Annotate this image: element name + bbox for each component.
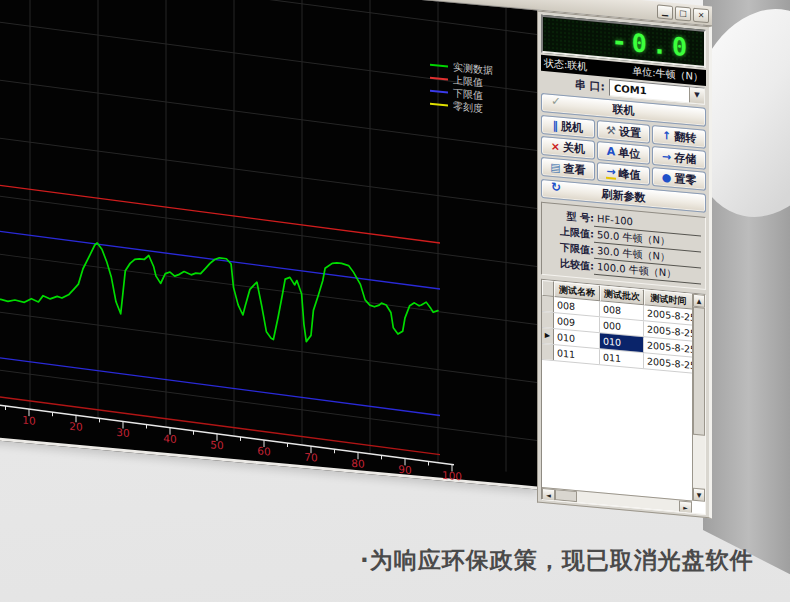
window-controls: ▁ □ × (657, 4, 709, 23)
flip-button-label: 翻转 (674, 129, 696, 146)
view-button[interactable]: ▤ 查看 (541, 157, 595, 181)
zero-button[interactable]: ● 置零 (652, 167, 706, 191)
x-tick-label: 100 (442, 469, 462, 483)
scrollbar-thumb[interactable] (693, 307, 705, 436)
marketing-caption: ·为响应环保政策，现已取消光盘软件 (360, 545, 754, 576)
shutdown-button-label: 关机 (563, 140, 585, 157)
connect-button-label: 联机 (613, 101, 635, 118)
settings-button-label: 设置 (619, 124, 641, 141)
peak-button[interactable]: → 峰值 (597, 162, 651, 186)
legend-swatch (430, 65, 448, 67)
unit-button-label: 单位 (618, 145, 640, 162)
arrow-right-icon: → (662, 151, 671, 163)
settings-button[interactable]: ⚒ 设置 (597, 120, 651, 144)
maximize-button[interactable]: □ (675, 6, 691, 21)
peak-button-label: 峰值 (619, 166, 641, 183)
arrow-up-icon: ↑ (662, 130, 671, 142)
force-curve-chart: 0102030405060708090100实测数据上限值下限值零刻度 (0, 0, 537, 490)
x-tick-label: 40 (163, 432, 176, 445)
legend-swatch (430, 104, 448, 106)
row-indicator (542, 312, 554, 328)
vertical-scrollbar[interactable]: ▲ ▼ (692, 294, 705, 502)
close-x-icon: × (551, 141, 560, 153)
zero-button-label: 置零 (674, 171, 696, 188)
serial-port-value: COM1 (610, 80, 689, 102)
refresh-icon: ↻ (551, 182, 561, 194)
series-line (0, 231, 438, 355)
legend-label: 实测数据 (453, 61, 494, 76)
legend-label: 下限值 (453, 87, 483, 101)
store-button-label: 存储 (674, 150, 696, 167)
refresh-params-label: 刷新参数 (602, 186, 646, 205)
x-tick-label: 80 (351, 457, 364, 470)
limit-line (0, 183, 440, 243)
scrollbar-thumb[interactable] (555, 489, 577, 502)
serial-port-label: 串 口: (575, 76, 605, 94)
control-panel: -0.0 状态:联机 单位:牛顿（N） 串 口: COM1 ▼ ✓ 联机 ‖ 脱 (537, 11, 712, 519)
chevron-down-icon[interactable]: ▼ (689, 87, 704, 103)
gridline-h (0, 194, 537, 267)
gridline-h (0, 310, 537, 383)
limit-line (0, 356, 440, 416)
legend-swatch (430, 91, 448, 93)
cell-time: 2005-8-25 下 (644, 353, 692, 372)
offline-button[interactable]: ‖ 脱机 (541, 115, 595, 139)
shutdown-button[interactable]: × 关机 (541, 136, 595, 160)
device-params-box: 型 号: HF-100 上限值: 50.0 牛顿（N） 下限值: 30.0 牛顿… (541, 202, 706, 290)
flip-button[interactable]: ↑ 翻转 (652, 125, 706, 149)
hammer-icon: ⚒ (606, 125, 616, 137)
pause-icon: ‖ (553, 120, 559, 132)
peak-icon: → (606, 166, 615, 180)
scroll-up-icon[interactable]: ▲ (693, 294, 705, 308)
cell-name: 011 (554, 345, 600, 364)
gridline-h (0, 136, 537, 209)
test-records-table: 测试名称 测试批次 测试时间 008 008 2005-8-25 下 009 0… (541, 279, 706, 515)
store-button[interactable]: → 存储 (652, 146, 706, 170)
row-indicator (542, 296, 554, 312)
cell-batch: 011 (600, 349, 644, 368)
x-tick-label: 70 (304, 451, 317, 464)
x-tick-label: 90 (398, 463, 411, 476)
check-icon: ✓ (551, 96, 561, 108)
legend-label: 上限值 (452, 74, 483, 88)
x-tick-label: 10 (22, 414, 35, 427)
legend-label: 零刻度 (453, 100, 483, 114)
table-header-gutter (542, 280, 554, 297)
x-tick-label: 50 (210, 438, 223, 451)
limit-line (0, 229, 440, 289)
document-icon: ▤ (550, 162, 560, 174)
unit-button[interactable]: A 单位 (597, 141, 651, 165)
x-tick-label: 60 (257, 444, 270, 457)
letter-a-icon: A (607, 146, 616, 158)
scroll-down-icon[interactable]: ▼ (693, 488, 705, 502)
row-indicator-arrow: ▶ (542, 328, 554, 344)
product-photo-stage: ▁ □ × 0102030405060708090100实测数据上限值下限值零刻… (0, 0, 790, 602)
close-button[interactable]: × (693, 8, 709, 23)
chart-area: 0102030405060708090100实测数据上限值下限值零刻度 (0, 0, 537, 490)
horizontal-scrollbar[interactable]: ◄ ► (542, 487, 692, 513)
param-compare-label: 比较值: (546, 254, 594, 274)
scroll-left-icon[interactable]: ◄ (542, 488, 555, 501)
x-axis (0, 403, 454, 465)
minimize-button[interactable]: ▁ (657, 4, 673, 19)
gridline-h (0, 252, 537, 325)
offline-button-label: 脱机 (561, 119, 583, 136)
x-tick-label: 20 (69, 420, 82, 433)
command-button-grid: ‖ 脱机 ⚒ 设置 ↑ 翻转 × 关机 A 单位 (541, 115, 706, 191)
gridline-h (0, 0, 537, 35)
x-tick-label: 30 (116, 426, 129, 439)
dot-icon: ● (662, 172, 672, 184)
row-indicator (542, 344, 554, 360)
scroll-right-icon[interactable]: ► (679, 500, 692, 513)
view-button-label: 查看 (564, 161, 586, 178)
force-gauge-app-window: ▁ □ × 0102030405060708090100实测数据上限值下限值零刻… (0, 0, 712, 521)
